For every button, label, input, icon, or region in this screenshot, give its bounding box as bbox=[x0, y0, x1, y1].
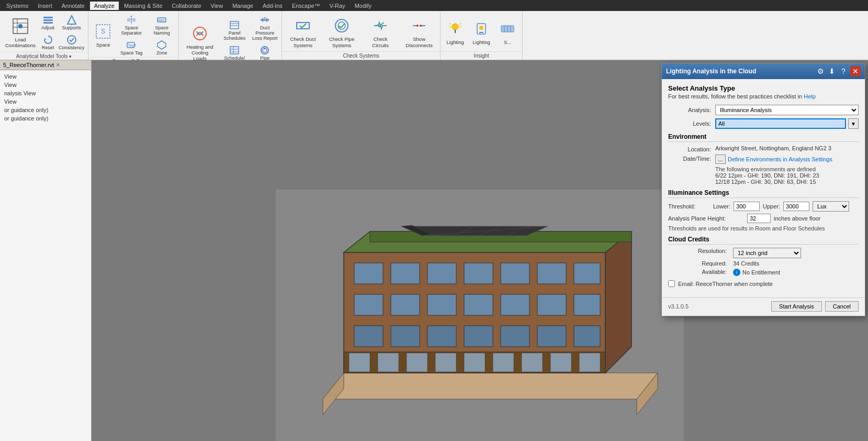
tab-collaborate[interactable]: Collaborate bbox=[167, 2, 205, 10]
svg-rect-73 bbox=[501, 263, 529, 284]
plane-height-input[interactable] bbox=[747, 214, 771, 223]
consistency-button[interactable]: Consistency bbox=[57, 33, 86, 52]
start-analysis-button[interactable]: Start Analysis bbox=[771, 301, 822, 312]
svg-point-4 bbox=[18, 24, 22, 28]
reset-button[interactable]: Reset bbox=[40, 33, 56, 52]
reset-label: Reset bbox=[42, 46, 54, 51]
svg-rect-87 bbox=[501, 326, 529, 347]
levels-label: Levels: bbox=[668, 120, 715, 127]
lighting2-button[interactable]: Lighting bbox=[469, 17, 494, 47]
levels-expand-button[interactable]: ▼ bbox=[848, 118, 859, 129]
resolution-select[interactable]: 12 inch grid 6 inch grid 24 inch grid bbox=[733, 248, 801, 258]
supports-icon bbox=[66, 14, 77, 26]
email-checkbox[interactable] bbox=[668, 280, 675, 287]
show-disconnects-button[interactable]: Show Disconnects bbox=[400, 14, 438, 50]
dialog-body: Select Analysis Type For best results, f… bbox=[662, 79, 865, 297]
dialog-settings-icon[interactable]: ⚙ bbox=[816, 67, 825, 76]
tab-addins[interactable]: Add-Ins bbox=[258, 2, 287, 10]
tab-modify[interactable]: Modify bbox=[351, 2, 376, 10]
view-item-3[interactable]: nalysis View bbox=[2, 89, 89, 97]
file-tab: 5_ReeceThorner.rvt × bbox=[0, 60, 91, 70]
lighting2-label: Lighting bbox=[473, 39, 490, 45]
tab-enscape[interactable]: Enscape™ bbox=[288, 2, 324, 10]
env-entry-1: 6/22 12pm - GHI: 190, DNI: 191, DHI: 23 bbox=[715, 172, 859, 179]
dialog-subtitle: Select Analysis Type bbox=[668, 84, 859, 92]
view-item-4[interactable]: View bbox=[2, 97, 89, 106]
lighting-label: Lighting bbox=[447, 39, 464, 45]
dialog-hint-link[interactable]: Help bbox=[804, 93, 816, 100]
load-combinations-button[interactable]: LoadCombinations bbox=[2, 15, 39, 51]
svg-rect-35 bbox=[297, 23, 309, 29]
group-analytical: LoadCombinations Adjust Reset bbox=[0, 11, 88, 60]
check-duct-button[interactable]: Check Duct Systems bbox=[284, 14, 322, 50]
space-separator-icon bbox=[126, 14, 137, 26]
load-combinations-label: LoadCombinations bbox=[5, 37, 36, 49]
tab-annotate[interactable]: Annotate bbox=[58, 2, 89, 10]
plane-height-unit: inches above floor bbox=[774, 215, 820, 222]
illuminance-section-header: Illuminance Settings bbox=[668, 189, 859, 198]
available-row: i No Entitlement bbox=[733, 269, 859, 276]
view-item-2[interactable]: View bbox=[2, 81, 89, 89]
svg-rect-86 bbox=[464, 326, 493, 347]
space-naming-button[interactable]: ABC Space Naming bbox=[147, 13, 176, 37]
tab-manage[interactable]: Manage bbox=[228, 2, 257, 10]
env-note: The following environments are defined bbox=[715, 166, 859, 172]
group-check-label: Check Systems bbox=[282, 51, 440, 60]
space-tag-button[interactable]: Tag Space Tag bbox=[117, 38, 146, 57]
solar-button[interactable]: S... bbox=[495, 17, 520, 47]
lighting-icon bbox=[446, 19, 465, 38]
version-text: v3.1.0.5 bbox=[668, 303, 689, 310]
svg-rect-97 bbox=[522, 353, 543, 372]
space-separator-button[interactable]: Space Separator bbox=[117, 13, 146, 37]
svg-rect-88 bbox=[537, 326, 566, 347]
svg-rect-96 bbox=[493, 353, 514, 372]
check-pipe-button[interactable]: Check Pipe Systems bbox=[323, 14, 360, 50]
view-item-6[interactable]: or guidance only) bbox=[2, 114, 89, 123]
analysis-select[interactable]: Illuminance Analysis Annual Sunlight Exp… bbox=[715, 105, 859, 115]
tab-view[interactable]: View bbox=[207, 2, 228, 10]
tab-analyze[interactable]: Analyze bbox=[90, 2, 119, 10]
file-tab-close[interactable]: × bbox=[56, 61, 60, 69]
svg-text:ABC: ABC bbox=[158, 18, 165, 22]
view-item-1[interactable]: View bbox=[2, 72, 89, 81]
tab-insert[interactable]: Insert bbox=[33, 2, 57, 10]
view-item-5[interactable]: or guidance only) bbox=[2, 106, 89, 114]
tab-vray[interactable]: V-Ray bbox=[325, 2, 350, 10]
ribbon: Systems Insert Annotate Analyze Massing … bbox=[0, 0, 868, 60]
lux-select[interactable]: Lux Foot-candles bbox=[813, 201, 849, 212]
svg-rect-84 bbox=[391, 326, 420, 347]
threshold-row: Threshold: Lower: Upper: Lux Foot-candle… bbox=[668, 201, 859, 212]
dialog-hint: For best results, follow the best practi… bbox=[668, 93, 859, 100]
zone-button[interactable]: Zone bbox=[147, 38, 176, 57]
cancel-button[interactable]: Cancel bbox=[825, 301, 859, 312]
svg-point-11 bbox=[67, 36, 76, 44]
check-circuits-button[interactable]: Check Circuits bbox=[362, 14, 399, 50]
tab-systems[interactable]: Systems bbox=[2, 2, 32, 10]
panel-schedules-button[interactable]: Panel Schedules bbox=[220, 18, 249, 42]
upper-input[interactable] bbox=[783, 202, 809, 211]
space-naming-icon: ABC bbox=[156, 14, 167, 26]
credits-grid: Resolution: 12 inch grid 6 inch grid 24 … bbox=[668, 248, 859, 276]
datetime-button[interactable]: ... bbox=[715, 155, 726, 164]
levels-input[interactable] bbox=[715, 118, 846, 129]
adjust-button[interactable]: Adjust bbox=[40, 13, 56, 32]
define-env-link[interactable]: Define Environments in Analysis Settings bbox=[728, 156, 832, 162]
dialog-help-icon[interactable]: ? bbox=[839, 67, 848, 76]
lower-input[interactable] bbox=[734, 202, 760, 211]
svg-rect-71 bbox=[427, 263, 456, 284]
resolution-label: Resolution: bbox=[668, 248, 731, 258]
supports-label: Supports bbox=[62, 26, 81, 31]
duct-pressure-button[interactable]: ▲ Duct Pressure Loss Report bbox=[250, 13, 279, 42]
heating-cooling-button[interactable]: Heating and Cooling Loads bbox=[181, 22, 219, 64]
lighting-button[interactable]: Lighting bbox=[443, 17, 468, 47]
group-insight: Lighting Lighting S... Insight bbox=[441, 11, 523, 60]
svg-rect-24 bbox=[230, 21, 239, 29]
dialog-download-icon[interactable]: ⬇ bbox=[827, 67, 837, 76]
tab-massing[interactable]: Massing & Site bbox=[120, 2, 166, 10]
space-button[interactable]: S Space bbox=[91, 20, 116, 50]
supports-button[interactable]: Supports bbox=[57, 13, 86, 32]
dialog-close-button[interactable]: ✕ bbox=[850, 66, 861, 76]
solar-icon bbox=[498, 19, 517, 38]
analysis-row: Analysis: Illuminance Analysis Annual Su… bbox=[668, 105, 859, 115]
adjust-label: Adjust bbox=[41, 26, 54, 31]
